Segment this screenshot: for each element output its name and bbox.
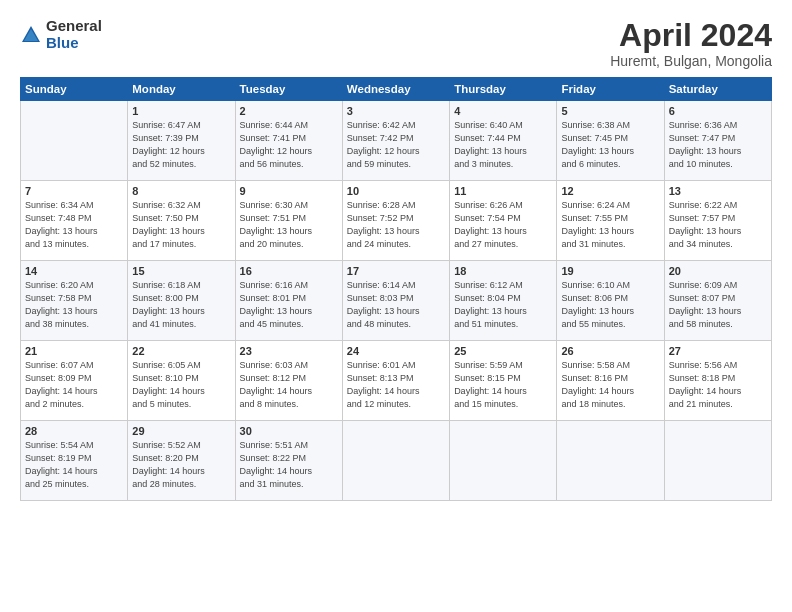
day-number: 11 xyxy=(454,185,552,197)
day-number: 8 xyxy=(132,185,230,197)
day-info: Sunrise: 6:22 AM Sunset: 7:57 PM Dayligh… xyxy=(669,199,767,251)
day-info: Sunrise: 6:38 AM Sunset: 7:45 PM Dayligh… xyxy=(561,119,659,171)
calendar-cell: 7Sunrise: 6:34 AM Sunset: 7:48 PM Daylig… xyxy=(21,181,128,261)
day-info: Sunrise: 5:58 AM Sunset: 8:16 PM Dayligh… xyxy=(561,359,659,411)
day-number: 21 xyxy=(25,345,123,357)
calendar-cell: 24Sunrise: 6:01 AM Sunset: 8:13 PM Dayli… xyxy=(342,341,449,421)
day-number: 16 xyxy=(240,265,338,277)
calendar-cell: 9Sunrise: 6:30 AM Sunset: 7:51 PM Daylig… xyxy=(235,181,342,261)
day-number: 30 xyxy=(240,425,338,437)
column-header-tuesday: Tuesday xyxy=(235,78,342,101)
calendar-cell: 18Sunrise: 6:12 AM Sunset: 8:04 PM Dayli… xyxy=(450,261,557,341)
calendar-cell: 8Sunrise: 6:32 AM Sunset: 7:50 PM Daylig… xyxy=(128,181,235,261)
day-number: 19 xyxy=(561,265,659,277)
calendar-cell: 13Sunrise: 6:22 AM Sunset: 7:57 PM Dayli… xyxy=(664,181,771,261)
title-block: April 2024 Huremt, Bulgan, Mongolia xyxy=(610,18,772,69)
calendar-cell: 27Sunrise: 5:56 AM Sunset: 8:18 PM Dayli… xyxy=(664,341,771,421)
day-number: 4 xyxy=(454,105,552,117)
calendar-cell: 5Sunrise: 6:38 AM Sunset: 7:45 PM Daylig… xyxy=(557,101,664,181)
logo-general: General xyxy=(46,18,102,35)
day-number: 9 xyxy=(240,185,338,197)
month-title: April 2024 xyxy=(610,18,772,53)
day-info: Sunrise: 6:28 AM Sunset: 7:52 PM Dayligh… xyxy=(347,199,445,251)
day-number: 25 xyxy=(454,345,552,357)
calendar-cell xyxy=(21,101,128,181)
logo-blue: Blue xyxy=(46,35,102,52)
column-header-friday: Friday xyxy=(557,78,664,101)
calendar-cell: 21Sunrise: 6:07 AM Sunset: 8:09 PM Dayli… xyxy=(21,341,128,421)
location: Huremt, Bulgan, Mongolia xyxy=(610,53,772,69)
day-info: Sunrise: 6:12 AM Sunset: 8:04 PM Dayligh… xyxy=(454,279,552,331)
day-number: 5 xyxy=(561,105,659,117)
page: General Blue April 2024 Huremt, Bulgan, … xyxy=(0,0,792,612)
day-number: 26 xyxy=(561,345,659,357)
day-info: Sunrise: 5:54 AM Sunset: 8:19 PM Dayligh… xyxy=(25,439,123,491)
day-info: Sunrise: 6:24 AM Sunset: 7:55 PM Dayligh… xyxy=(561,199,659,251)
column-header-wednesday: Wednesday xyxy=(342,78,449,101)
calendar-cell: 2Sunrise: 6:44 AM Sunset: 7:41 PM Daylig… xyxy=(235,101,342,181)
calendar-cell: 23Sunrise: 6:03 AM Sunset: 8:12 PM Dayli… xyxy=(235,341,342,421)
day-info: Sunrise: 6:07 AM Sunset: 8:09 PM Dayligh… xyxy=(25,359,123,411)
calendar-cell: 25Sunrise: 5:59 AM Sunset: 8:15 PM Dayli… xyxy=(450,341,557,421)
calendar-cell: 15Sunrise: 6:18 AM Sunset: 8:00 PM Dayli… xyxy=(128,261,235,341)
week-row-5: 28Sunrise: 5:54 AM Sunset: 8:19 PM Dayli… xyxy=(21,421,772,501)
week-row-1: 1Sunrise: 6:47 AM Sunset: 7:39 PM Daylig… xyxy=(21,101,772,181)
calendar-cell: 20Sunrise: 6:09 AM Sunset: 8:07 PM Dayli… xyxy=(664,261,771,341)
day-info: Sunrise: 6:36 AM Sunset: 7:47 PM Dayligh… xyxy=(669,119,767,171)
day-info: Sunrise: 5:51 AM Sunset: 8:22 PM Dayligh… xyxy=(240,439,338,491)
calendar-cell: 4Sunrise: 6:40 AM Sunset: 7:44 PM Daylig… xyxy=(450,101,557,181)
calendar-cell: 3Sunrise: 6:42 AM Sunset: 7:42 PM Daylig… xyxy=(342,101,449,181)
calendar-cell: 12Sunrise: 6:24 AM Sunset: 7:55 PM Dayli… xyxy=(557,181,664,261)
day-info: Sunrise: 6:34 AM Sunset: 7:48 PM Dayligh… xyxy=(25,199,123,251)
day-number: 18 xyxy=(454,265,552,277)
calendar-cell: 30Sunrise: 5:51 AM Sunset: 8:22 PM Dayli… xyxy=(235,421,342,501)
logo: General Blue xyxy=(20,18,102,51)
week-row-3: 14Sunrise: 6:20 AM Sunset: 7:58 PM Dayli… xyxy=(21,261,772,341)
calendar-cell: 6Sunrise: 6:36 AM Sunset: 7:47 PM Daylig… xyxy=(664,101,771,181)
calendar-cell xyxy=(450,421,557,501)
day-info: Sunrise: 6:26 AM Sunset: 7:54 PM Dayligh… xyxy=(454,199,552,251)
column-header-thursday: Thursday xyxy=(450,78,557,101)
day-number: 12 xyxy=(561,185,659,197)
day-number: 14 xyxy=(25,265,123,277)
day-number: 13 xyxy=(669,185,767,197)
day-number: 29 xyxy=(132,425,230,437)
day-info: Sunrise: 6:40 AM Sunset: 7:44 PM Dayligh… xyxy=(454,119,552,171)
calendar-cell: 10Sunrise: 6:28 AM Sunset: 7:52 PM Dayli… xyxy=(342,181,449,261)
day-number: 24 xyxy=(347,345,445,357)
day-number: 22 xyxy=(132,345,230,357)
day-number: 10 xyxy=(347,185,445,197)
calendar-cell: 17Sunrise: 6:14 AM Sunset: 8:03 PM Dayli… xyxy=(342,261,449,341)
week-row-2: 7Sunrise: 6:34 AM Sunset: 7:48 PM Daylig… xyxy=(21,181,772,261)
logo-icon xyxy=(20,24,42,46)
day-info: Sunrise: 6:01 AM Sunset: 8:13 PM Dayligh… xyxy=(347,359,445,411)
calendar-cell: 22Sunrise: 6:05 AM Sunset: 8:10 PM Dayli… xyxy=(128,341,235,421)
day-info: Sunrise: 6:30 AM Sunset: 7:51 PM Dayligh… xyxy=(240,199,338,251)
day-number: 27 xyxy=(669,345,767,357)
day-info: Sunrise: 6:32 AM Sunset: 7:50 PM Dayligh… xyxy=(132,199,230,251)
calendar-cell: 1Sunrise: 6:47 AM Sunset: 7:39 PM Daylig… xyxy=(128,101,235,181)
day-number: 7 xyxy=(25,185,123,197)
day-number: 2 xyxy=(240,105,338,117)
day-info: Sunrise: 6:03 AM Sunset: 8:12 PM Dayligh… xyxy=(240,359,338,411)
day-info: Sunrise: 6:05 AM Sunset: 8:10 PM Dayligh… xyxy=(132,359,230,411)
header: General Blue April 2024 Huremt, Bulgan, … xyxy=(20,18,772,69)
calendar-cell: 19Sunrise: 6:10 AM Sunset: 8:06 PM Dayli… xyxy=(557,261,664,341)
calendar-cell xyxy=(342,421,449,501)
day-info: Sunrise: 6:18 AM Sunset: 8:00 PM Dayligh… xyxy=(132,279,230,331)
column-header-sunday: Sunday xyxy=(21,78,128,101)
calendar-cell xyxy=(557,421,664,501)
calendar-cell: 11Sunrise: 6:26 AM Sunset: 7:54 PM Dayli… xyxy=(450,181,557,261)
column-header-monday: Monday xyxy=(128,78,235,101)
calendar-cell: 26Sunrise: 5:58 AM Sunset: 8:16 PM Dayli… xyxy=(557,341,664,421)
calendar-table: SundayMondayTuesdayWednesdayThursdayFrid… xyxy=(20,77,772,501)
day-info: Sunrise: 5:52 AM Sunset: 8:20 PM Dayligh… xyxy=(132,439,230,491)
calendar-cell: 16Sunrise: 6:16 AM Sunset: 8:01 PM Dayli… xyxy=(235,261,342,341)
day-number: 3 xyxy=(347,105,445,117)
day-number: 15 xyxy=(132,265,230,277)
calendar-cell: 28Sunrise: 5:54 AM Sunset: 8:19 PM Dayli… xyxy=(21,421,128,501)
day-info: Sunrise: 6:47 AM Sunset: 7:39 PM Dayligh… xyxy=(132,119,230,171)
column-header-saturday: Saturday xyxy=(664,78,771,101)
day-info: Sunrise: 5:56 AM Sunset: 8:18 PM Dayligh… xyxy=(669,359,767,411)
day-info: Sunrise: 6:42 AM Sunset: 7:42 PM Dayligh… xyxy=(347,119,445,171)
